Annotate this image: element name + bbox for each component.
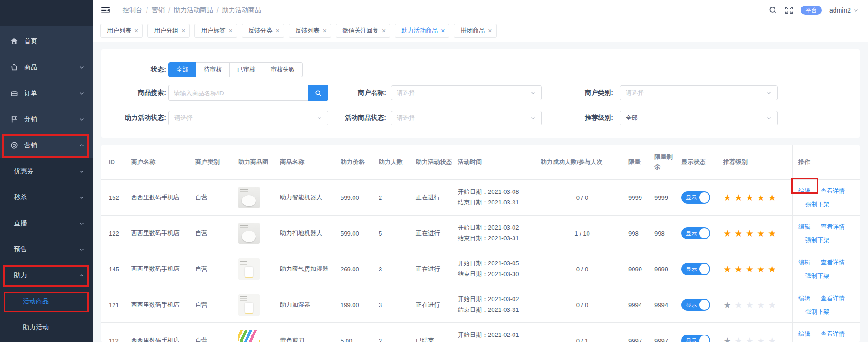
table-row: 145 西西里数码手机店 自营 助力暖气房加湿器 269.00 3 正在进行 开…	[101, 251, 860, 287]
recommend-level-stars[interactable]: ★★★★★	[723, 336, 776, 342]
cell-activity-status: 正在进行	[416, 301, 458, 309]
merchant-name-field: 商户名称: 请选择	[333, 85, 550, 101]
chevron-down-icon	[79, 221, 85, 226]
content: 状态: 全部待审核已审核审核失败 商品搜索: 商户	[93, 42, 868, 342]
display-status-toggle[interactable]: 显示	[681, 191, 710, 204]
status-filter-all[interactable]: 全部	[168, 62, 196, 77]
tab-feedback-category[interactable]: 反馈分类 ×	[242, 24, 284, 38]
sidebar-item-marketing[interactable]: 营销	[0, 132, 93, 158]
col-recommend-level: 推荐级别	[723, 158, 792, 167]
force-off-shelf-link[interactable]: 强制下架	[805, 272, 829, 279]
breadcrumb-item: 助力活动商品	[222, 6, 261, 14]
tab-user-list[interactable]: 用户列表 ×	[100, 24, 143, 38]
sidebar-item-distribution[interactable]: 分销	[0, 106, 93, 132]
close-icon[interactable]: ×	[488, 27, 492, 34]
sidebar-item-coupon[interactable]: 优惠券	[0, 158, 93, 184]
cell-merchant-name: 西西里数码手机店	[131, 265, 195, 273]
topbar: 控制台/营销/助力活动商品/助力活动商品 平台 admin2	[93, 0, 868, 20]
status-button-group: 全部待审核已审核审核失败	[168, 62, 303, 77]
cell-success-count: 1 / 10	[541, 230, 628, 237]
view-detail-link[interactable]: 查看详情	[821, 294, 845, 303]
sidebar-item-assist-activity-product[interactable]: 活动商品	[0, 289, 93, 315]
display-status-toggle[interactable]: 显示	[681, 263, 710, 275]
cell-success-count: 0 / 0	[541, 266, 628, 273]
tab-group-buy-product[interactable]: 拼团商品 ×	[454, 24, 496, 38]
star-icon: ★	[746, 336, 754, 342]
activity-product-status-label: 活动商品状态:	[333, 114, 386, 122]
cell-actions: 编辑 查看详情 强制下架	[792, 187, 860, 209]
col-success-count: 助力成功人数/参与人次	[541, 158, 628, 167]
recommend-level-stars[interactable]: ★★★★★	[723, 301, 776, 309]
sidebar-item-home[interactable]: 首页	[0, 28, 93, 54]
force-off-shelf-link[interactable]: 强制下架	[805, 201, 829, 208]
force-off-shelf-link[interactable]: 强制下架	[805, 308, 829, 315]
close-icon[interactable]: ×	[382, 27, 386, 34]
assist-activity-status-select[interactable]: 请选择	[168, 111, 328, 125]
breadcrumb-item[interactable]: 助力活动商品	[174, 6, 213, 14]
star-icon: ★	[768, 265, 776, 274]
breadcrumb-item[interactable]: 营销	[152, 6, 165, 14]
merchant-type-select[interactable]: 请选择	[620, 86, 778, 100]
sidebar-item-assist[interactable]: 助力	[0, 263, 93, 289]
product-thumbnail	[238, 294, 260, 316]
product-thumbnail	[238, 187, 260, 208]
recommend-level-stars[interactable]: ★★★★★	[723, 265, 776, 274]
view-detail-link[interactable]: 查看详情	[821, 223, 845, 231]
tab-user-group[interactable]: 用户分组 ×	[147, 24, 190, 38]
status-filter-approved[interactable]: 已审核	[230, 62, 263, 77]
star-icon: ★	[746, 301, 754, 309]
tab-feedback-list[interactable]: 反馈列表 ×	[289, 24, 331, 38]
col-product-name: 商品名称	[280, 158, 341, 167]
view-detail-link[interactable]: 查看详情	[821, 187, 845, 195]
edit-link[interactable]: 编辑	[798, 294, 810, 303]
sidebar-item-product[interactable]: 商品	[0, 54, 93, 80]
display-status-toggle[interactable]: 显示	[681, 227, 710, 239]
tab-user-tag[interactable]: 用户标签 ×	[194, 24, 237, 38]
sidebar-item-seckill[interactable]: 秒杀	[0, 184, 93, 210]
force-off-shelf-link[interactable]: 强制下架	[805, 237, 829, 243]
sidebar-item-order[interactable]: 订单	[0, 80, 93, 106]
edit-link[interactable]: 编辑	[798, 330, 810, 338]
sidebar-collapse-icon[interactable]	[100, 4, 112, 16]
view-detail-link[interactable]: 查看详情	[821, 258, 845, 267]
recommend-level-stars[interactable]: ★★★★★	[723, 229, 776, 238]
close-icon[interactable]: ×	[441, 27, 445, 34]
search-icon[interactable]	[769, 6, 777, 14]
platform-badge[interactable]: 平台	[801, 6, 822, 15]
close-icon[interactable]: ×	[181, 27, 185, 34]
edit-link[interactable]: 编辑	[798, 187, 810, 195]
status-filter-failed[interactable]: 审核失败	[263, 62, 303, 77]
status-filter-pending[interactable]: 待审核	[196, 62, 230, 77]
close-icon[interactable]: ×	[276, 27, 280, 34]
product-search-input[interactable]	[168, 85, 308, 101]
chevron-down-icon	[79, 65, 85, 70]
display-status-toggle[interactable]: 显示	[681, 335, 710, 342]
close-icon[interactable]: ×	[228, 27, 232, 34]
breadcrumb-item[interactable]: 控制台	[123, 6, 142, 14]
cell-id: 122	[109, 230, 131, 237]
view-detail-link[interactable]: 查看详情	[821, 330, 845, 338]
sidebar-item-live[interactable]: 直播	[0, 210, 93, 237]
user-menu[interactable]: admin2	[829, 7, 859, 14]
cell-assist-people: 3	[379, 302, 416, 309]
tab-assist-activity-product[interactable]: 助力活动商品 ×	[395, 24, 449, 38]
star-icon: ★	[768, 229, 776, 238]
fullscreen-icon[interactable]	[785, 6, 793, 14]
sidebar-item-presale[interactable]: 预售	[0, 237, 93, 263]
target-icon	[10, 141, 19, 150]
activity-product-status-select[interactable]: 请选择	[391, 111, 542, 125]
recommend-level-field: 推荐级别: 全部	[550, 111, 860, 125]
display-status-toggle[interactable]: 显示	[681, 299, 710, 311]
recommend-level-stars[interactable]: ★★★★★	[723, 193, 776, 202]
edit-link[interactable]: 编辑	[798, 223, 810, 231]
close-icon[interactable]: ×	[134, 27, 138, 34]
merchant-name-select[interactable]: 请选择	[391, 86, 542, 100]
close-icon[interactable]: ×	[323, 27, 327, 34]
edit-link[interactable]: 编辑	[798, 258, 810, 267]
cell-merchant-type: 自营	[195, 193, 238, 202]
tab-wechat-follow-reply[interactable]: 微信关注回复 ×	[336, 24, 390, 38]
table-row: 152 西西里数码手机店 自营 助力智能机器人 599.00 2 正在进行 开始…	[101, 180, 860, 216]
recommend-level-select[interactable]: 全部	[620, 111, 778, 125]
sidebar-item-assist-activity[interactable]: 助力活动	[0, 315, 93, 341]
product-search-button[interactable]	[308, 85, 328, 101]
